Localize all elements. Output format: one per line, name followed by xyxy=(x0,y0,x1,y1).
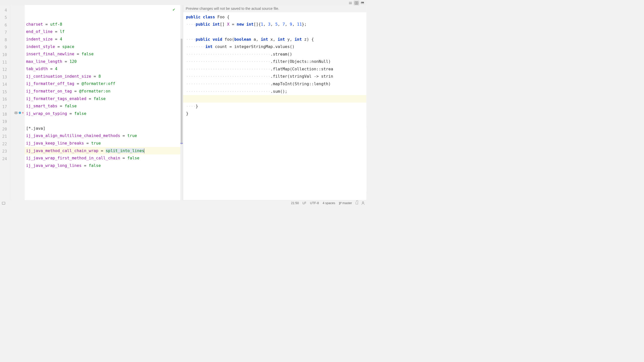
preview-line: public class Foo { xyxy=(183,13,366,21)
status-left[interactable] xyxy=(2,202,5,204)
code-line[interactable]: ij_wrap_on_typing = false xyxy=(25,110,180,117)
gutter-slot xyxy=(10,65,24,72)
line-number: 10 xyxy=(0,51,10,59)
preview-line: ···································.flat… xyxy=(183,65,366,73)
preview-line: ····public int[] X = new int[]{1, 3, 5, … xyxy=(183,21,366,28)
line-number: 6 xyxy=(0,21,10,29)
line-number: 16 xyxy=(0,96,10,103)
view-split-button[interactable] xyxy=(354,1,359,5)
gutter-slot xyxy=(10,154,24,161)
line-number: 7 xyxy=(0,29,10,36)
gutter-slot xyxy=(10,146,24,154)
arrow-up-icon: ↑ xyxy=(22,109,24,117)
code-line[interactable]: ij_formatter_on_tag = @formatter:on xyxy=(25,87,180,95)
code-line[interactable] xyxy=(25,117,180,125)
gutter-slot xyxy=(10,5,24,13)
split-pane-icon xyxy=(355,2,358,4)
code-line[interactable]: [*.java] xyxy=(25,125,180,132)
line-number: 8 xyxy=(0,36,10,44)
preview-line: ···································.filt… xyxy=(183,58,366,65)
git-branch[interactable]: master xyxy=(339,201,352,205)
top-window-border xyxy=(0,0,366,5)
preview-pane: Preview changes will not be saved to the… xyxy=(183,5,366,200)
line-number: 14 xyxy=(0,81,10,88)
fold-marker[interactable] xyxy=(25,22,25,26)
gutter-slot xyxy=(10,139,24,146)
line-number: 5 xyxy=(0,14,10,21)
preview-line xyxy=(183,95,366,103)
code-line[interactable]: indent_style = space xyxy=(25,43,180,51)
status-bar: 21:50 LF UTF-8 4 spaces master xyxy=(0,200,366,206)
editor-pane: 456789101112131415161718192021222324 ↑ ✔… xyxy=(0,5,183,200)
inspection-checkmark-icon[interactable]: ✔ xyxy=(173,7,175,12)
code-line[interactable]: ij_formatter_off_tag = @formatter:off xyxy=(25,80,180,88)
code-line[interactable]: tab_width = 4 xyxy=(25,65,180,73)
code-editor[interactable]: ✔ charset = utf-8end_of_line = lfindent_… xyxy=(25,5,180,200)
preview-banner: Preview changes will not be saved to the… xyxy=(183,5,366,12)
view-mode-toolbar xyxy=(348,1,365,5)
indent-setting[interactable]: 4 spaces xyxy=(323,201,335,205)
line-number: 24 xyxy=(0,155,10,163)
code-line[interactable]: ij_continuation_indent_size = 8 xyxy=(25,73,180,80)
gutter-slot xyxy=(10,124,24,131)
line-number: 4 xyxy=(0,7,10,14)
gutter-slot xyxy=(10,35,24,42)
read-only-lock-icon[interactable] xyxy=(356,202,358,204)
gutter-slot xyxy=(10,87,24,94)
cursor-position[interactable]: 21:50 xyxy=(291,201,299,205)
code-line[interactable]: ij_java_align_multiline_chained_methods … xyxy=(25,132,180,140)
code-line[interactable]: indent_size = 4 xyxy=(25,35,180,43)
gutter-slot: ↑ xyxy=(10,109,24,117)
gutter-slot xyxy=(10,50,24,57)
code-line[interactable]: ij_java_method_call_chain_wrap = split_i… xyxy=(25,147,180,155)
preview-line: ···································.mapT… xyxy=(183,80,366,88)
gutter-slot xyxy=(10,57,24,65)
gutter-slot xyxy=(10,20,24,27)
line-number: 21 xyxy=(0,133,10,140)
fold-marker[interactable] xyxy=(25,126,25,130)
image-icon xyxy=(361,2,364,4)
code-line[interactable] xyxy=(25,169,180,177)
user-icon[interactable] xyxy=(362,202,364,204)
code-line[interactable]: ij_smart_tabs = false xyxy=(25,102,180,110)
view-image-button[interactable] xyxy=(360,1,365,5)
view-compact-button[interactable] xyxy=(348,1,353,5)
scrollbar-change-marker xyxy=(180,143,183,144)
code-line[interactable]: ij_java_keep_line_breaks = true xyxy=(25,140,180,147)
gutter-slot xyxy=(10,27,24,35)
line-number: 9 xyxy=(0,43,10,51)
code-line[interactable]: insert_final_newline = false xyxy=(25,50,180,58)
scrollbar-thumb[interactable] xyxy=(181,39,182,145)
code-line[interactable]: max_line_length = 120 xyxy=(25,58,180,65)
svg-point-5 xyxy=(15,112,17,114)
gutter-slot xyxy=(10,102,24,109)
eye-icon xyxy=(14,112,18,114)
svg-point-6 xyxy=(339,202,340,203)
line-number: 11 xyxy=(0,59,10,66)
file-encoding[interactable]: UTF-8 xyxy=(310,201,319,205)
fold-marker[interactable] xyxy=(25,112,25,116)
code-line[interactable]: charset = utf-8 xyxy=(25,21,180,28)
line-number: 15 xyxy=(0,88,10,96)
menu-lines-icon xyxy=(349,2,352,4)
line-number: 20 xyxy=(0,125,10,133)
editor-scrollbar[interactable] xyxy=(180,5,183,200)
code-line[interactable]: end_of_line = lf xyxy=(25,28,180,35)
line-number: 22 xyxy=(0,140,10,148)
code-line[interactable]: ij_formatter_tags_enabled = false xyxy=(25,95,180,103)
code-line[interactable]: ij_java_wrap_first_method_in_call_chain … xyxy=(25,154,180,162)
gutter-slot xyxy=(10,117,24,124)
gutter-slot xyxy=(10,42,24,50)
gutter-slot xyxy=(10,12,24,20)
tool-window-icon[interactable] xyxy=(2,202,5,204)
line-number: 19 xyxy=(0,118,10,125)
preview-line: ········int count = integerStringMap.val… xyxy=(183,43,366,51)
preview-line xyxy=(183,28,366,36)
line-number: 12 xyxy=(0,66,10,73)
preview-line: ···································.sum(… xyxy=(183,88,366,95)
line-number: 18 xyxy=(0,111,10,118)
section-target-icon xyxy=(19,112,21,114)
line-separator[interactable]: LF xyxy=(303,201,306,205)
preview-line: } xyxy=(183,110,366,117)
code-line[interactable]: ij_java_wrap_long_lines = false xyxy=(25,162,180,169)
